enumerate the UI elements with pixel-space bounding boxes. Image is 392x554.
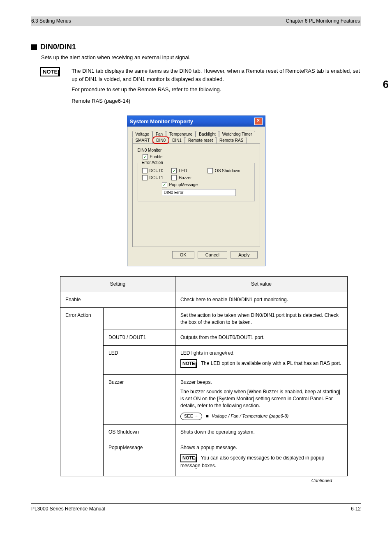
cell-led-value: LED lights in orange/red. NOTE The LED o… [175, 346, 348, 375]
section-heading: DIN0/DIN1 [31, 43, 361, 51]
window-title: System Monitor Property [130, 118, 194, 125]
cell-buzzer: Buzzer [104, 375, 175, 425]
buzzer-see-ref: Voltage / Fan / Temperature (page6-9) [212, 413, 288, 418]
footer-left: PL3000 Series Reference Manual [31, 506, 105, 512]
note-text: The DIN1 tab displays the same items as … [71, 67, 361, 105]
cell-os: OS Shutdown [104, 424, 175, 440]
chapter-label: Chapter 6 PL Monitoring Features [286, 18, 361, 24]
cell-buzzer-value: Buzzer beeps. The buzzer sounds only whe… [175, 375, 348, 425]
tab-smart[interactable]: SMART [132, 137, 153, 143]
tab-fan[interactable]: Fan [152, 131, 166, 137]
checkbox-osshutdown[interactable]: OS Shutdown [208, 168, 240, 173]
page-footer: PL3000 Series Reference Manual 6-12 [31, 503, 361, 512]
apply-button[interactable]: Apply [231, 251, 258, 259]
tab-watchdog[interactable]: Watchdog Timer [219, 131, 255, 137]
table-header-setting: Setting [60, 277, 175, 292]
cell-error-action-value: Set the action to be taken when DIN0/DIN… [175, 307, 348, 330]
cell-enable: Enable [60, 292, 175, 307]
see-sentence: For procedure to set up the Remote RAS, … [71, 85, 361, 94]
cell-error-action: Error Action [60, 307, 104, 476]
cancel-button[interactable]: Cancel [198, 251, 227, 259]
see-bullet: ■ [206, 413, 209, 418]
tab-remote-reset[interactable]: Remote reset [185, 137, 216, 143]
enable-label: Enable [150, 155, 163, 159]
monitor-label: DIN0 Monitor [138, 148, 255, 152]
cell-popup: PopupMessage [104, 440, 175, 476]
note-badge: NOTE [40, 67, 60, 76]
cell-enable-value: Check here to enable DIN0/DIN1 port moni… [175, 292, 348, 307]
continued-label: Continued [31, 478, 332, 483]
tab-voltage[interactable]: Voltage [132, 131, 152, 137]
titlebar: System Monitor Property × [127, 116, 265, 127]
note-paragraph: The DIN1 tab displays the same items as … [71, 67, 361, 83]
popup-note-text: You can also specify messages to be disp… [180, 455, 324, 469]
checkbox-icon[interactable]: ✓ [143, 154, 148, 159]
settings-table: Setting Set value Enable Check here to e… [60, 276, 348, 476]
ok-button[interactable]: OK [172, 251, 194, 259]
tab-din0[interactable]: DIN0 [153, 137, 169, 143]
cell-dout-value: Outputs from the DOUT0/DOUT1 port. [175, 330, 348, 346]
buzzer-value-2: The buzzer sounds only when [When Buzzer… [180, 388, 342, 409]
tabs-row-2: SMART DIN0 DIN1 Remote reset Remote RAS [132, 137, 260, 143]
square-bullet-icon [31, 44, 37, 50]
checkbox-buzzer[interactable]: Buzzer [171, 175, 191, 180]
note-badge-sm-2: NOTE [180, 454, 197, 462]
chapter-index: 6 [383, 78, 389, 91]
checkbox-led[interactable]: ✓LED [171, 168, 187, 173]
error-action-fieldset: Error Action DOUT0 ✓LED OS Shutdown DOUT… [138, 163, 255, 201]
dialog-window: System Monitor Property × Voltage Fan Te… [127, 115, 265, 266]
enable-checkbox-row[interactable]: ✓ Enable [143, 154, 255, 159]
see-ref: Remote RAS (page6-14) [71, 97, 361, 105]
tab-remote-ras[interactable]: Remote RAS [216, 137, 247, 143]
cell-os-value: Shuts down the operating system. [175, 424, 348, 440]
tabs-row-1: Voltage Fan Temperature Backlight Watchd… [132, 131, 260, 137]
note-badge-sm: NOTE [180, 359, 197, 368]
tab-panel: DIN0 Monitor ✓ Enable Error Action DOUT0… [132, 143, 260, 247]
running-head-left: 6.3 Setting Menus [31, 18, 71, 24]
led-value-text: LED lights in orange/red. [180, 350, 342, 357]
popup-value-text: Shows a popup message. [180, 444, 342, 451]
section-title: DIN0/DIN1 [40, 43, 76, 51]
table-header-value: Set value [175, 277, 348, 292]
fieldset-legend: Error Action [141, 160, 164, 165]
footer-right: 6-12 [351, 506, 361, 512]
tab-temperature[interactable]: Temperature [166, 131, 196, 137]
close-icon[interactable]: × [254, 118, 263, 125]
buzzer-value-1: Buzzer beeps. [180, 379, 342, 386]
intro-text: Sets up the alert action when receiving … [41, 54, 361, 61]
popup-text-input[interactable]: DIN0 Error [162, 189, 236, 196]
cell-popup-value: Shows a popup message. NOTE You can also… [175, 440, 348, 476]
see-oval: SEE→ [180, 413, 202, 420]
cell-led: LED [104, 346, 175, 375]
checkbox-dout1[interactable]: DOUT1 [142, 175, 164, 180]
tab-din1[interactable]: DIN1 [169, 137, 185, 143]
empty-cell [104, 307, 175, 330]
cell-dout: DOUT0 / DOUT1 [104, 330, 175, 346]
tab-backlight[interactable]: Backlight [196, 131, 219, 137]
checkbox-popup[interactable]: ✓PopupMessage [162, 182, 198, 187]
checkbox-dout0[interactable]: DOUT0 [142, 168, 164, 173]
led-note-text: The LED option is available only with a … [201, 360, 341, 366]
arrow-right-icon: → [194, 413, 198, 418]
